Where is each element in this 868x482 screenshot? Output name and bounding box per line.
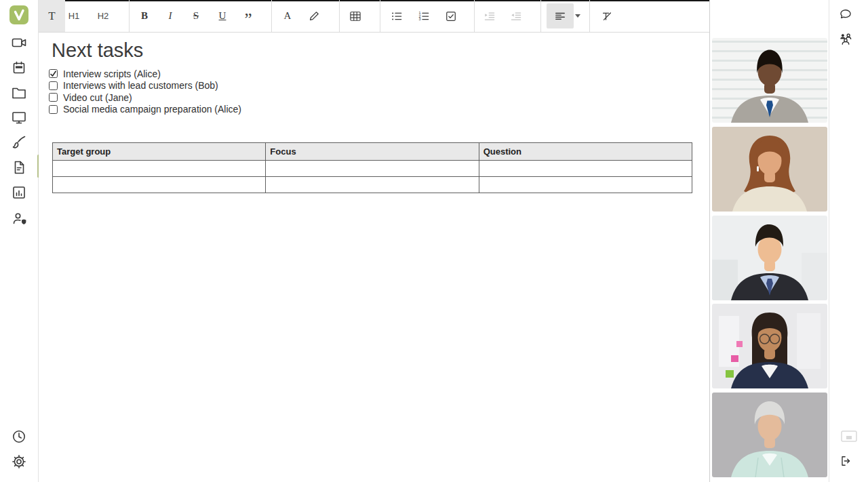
checklist-item: Social media campaign preparation (Alice… [49, 104, 241, 116]
participant-video-3[interactable] [712, 216, 827, 300]
doc-table: Target group Focus Question [52, 142, 692, 193]
table-icon [349, 9, 362, 23]
leave-meeting-icon[interactable] [839, 454, 852, 468]
table-cell[interactable] [479, 161, 692, 177]
checkbox[interactable] [49, 93, 58, 102]
checkbox[interactable] [49, 105, 58, 114]
folder-icon[interactable] [11, 85, 27, 101]
align-dropdown-button[interactable] [574, 0, 582, 32]
checkbox[interactable] [49, 81, 58, 90]
toolbar-divider [380, 0, 380, 32]
paintbrush-icon[interactable] [11, 134, 27, 150]
table-cell[interactable] [53, 177, 266, 193]
table-cell[interactable] [266, 161, 479, 177]
quote-label: ” [244, 10, 252, 29]
table-row [53, 177, 692, 193]
insert-table-button[interactable] [347, 0, 363, 32]
heading2-button[interactable]: H2 [95, 0, 111, 32]
table-header-cell[interactable]: Question [479, 143, 692, 161]
pip-video-placeholder-icon [841, 430, 857, 443]
numbered-list-button[interactable]: 1 2 3 [416, 0, 432, 32]
table-cell[interactable] [479, 177, 692, 193]
checkmark-icon [50, 70, 57, 77]
toolbar-divider [474, 0, 475, 32]
h2-label: H2 [98, 11, 109, 21]
app-window: T H1 H2 B I S U ” A [0, 0, 868, 482]
participant-video-4[interactable] [712, 304, 827, 388]
toolbar-divider [271, 0, 272, 32]
checklist-label: Interviews with lead customers (Bob) [63, 80, 218, 91]
chevron-down-icon [575, 14, 580, 18]
format-text-button[interactable]: T [39, 0, 65, 32]
text-align-button[interactable] [547, 3, 574, 28]
heading1-button[interactable]: H1 [66, 0, 82, 32]
table-cell[interactable] [53, 161, 266, 177]
bullet-list-icon [390, 9, 403, 23]
indent-increase-button[interactable] [481, 0, 498, 32]
checklist-label: Interview scripts (Alice) [63, 68, 161, 79]
italic-label: I [169, 10, 172, 22]
calendar-icon[interactable] [11, 60, 27, 76]
toolbar-divider [589, 0, 590, 32]
toolbar-divider [129, 0, 130, 32]
checkbox-list-button[interactable] [443, 0, 459, 32]
earbud [757, 166, 759, 172]
format-text-label: T [48, 9, 55, 23]
toolbar-divider [540, 0, 541, 32]
h1-label: H1 [68, 11, 80, 21]
indent-decrease-button[interactable] [508, 0, 524, 32]
sticky-note [731, 355, 738, 362]
table-header-cell[interactable]: Focus [266, 143, 479, 161]
indent-increase-icon [483, 9, 496, 23]
checklist: Interview scripts (Alice) Interviews wit… [49, 68, 241, 115]
sticky-note [736, 341, 743, 347]
text-color-button[interactable]: A [279, 0, 296, 32]
participant-video-5[interactable] [712, 393, 827, 477]
strikethrough-button[interactable]: S [188, 0, 204, 32]
checklist-label: Video cut (Jane) [63, 92, 132, 103]
video-camera-icon[interactable] [11, 35, 27, 51]
document-icon[interactable] [11, 159, 27, 176]
clock-icon[interactable] [11, 428, 27, 445]
italic-button[interactable]: I [162, 0, 178, 32]
align-left-icon [553, 9, 567, 23]
chat-icon[interactable] [839, 7, 852, 21]
table-header-row: Target group Focus Question [53, 143, 692, 161]
highlighter-icon [307, 9, 321, 23]
highlight-button[interactable] [306, 0, 322, 32]
indent-decrease-icon [509, 9, 523, 23]
checkbox-list-icon [444, 9, 458, 23]
document-title: Next tasks [52, 39, 143, 62]
chart-icon[interactable] [11, 184, 27, 201]
checkbox[interactable] [49, 69, 58, 78]
strike-label: S [193, 10, 199, 22]
app-logo[interactable] [9, 5, 28, 24]
checklist-item: Video cut (Jane) [49, 92, 241, 104]
checklist-item: Interview scripts (Alice) [49, 68, 241, 80]
blockquote-button[interactable]: ” [240, 0, 256, 32]
left-sidebar [0, 0, 39, 482]
screen-share-icon[interactable] [11, 109, 27, 125]
participants-icon[interactable] [838, 31, 853, 46]
settings-gear-icon[interactable] [11, 454, 27, 470]
bold-button[interactable]: B [136, 0, 153, 32]
checklist-label: Social media campaign preparation (Alice… [63, 104, 241, 115]
user-shield-icon[interactable] [11, 210, 27, 226]
table-cell[interactable] [266, 177, 479, 193]
participant-video-2[interactable] [712, 127, 827, 212]
document-editor[interactable]: Next tasks Interview scripts (Alice) Int… [39, 33, 709, 482]
clear-formatting-icon [600, 9, 614, 23]
video-panel [710, 0, 829, 482]
table-header-cell[interactable]: Target group [53, 143, 266, 161]
bold-label: B [141, 10, 148, 22]
right-rail [829, 0, 868, 482]
participant-video-1[interactable] [712, 38, 827, 123]
bullet-list-button[interactable] [389, 0, 405, 32]
underline-label: U [219, 10, 226, 22]
text-color-label: A [284, 10, 292, 22]
underline-button[interactable]: U [214, 0, 231, 32]
clear-formatting-button[interactable] [599, 0, 615, 32]
sticky-note [726, 370, 734, 378]
svg-text:3: 3 [419, 17, 421, 21]
editor-toolbar: T H1 H2 B I S U ” A [39, 0, 709, 33]
